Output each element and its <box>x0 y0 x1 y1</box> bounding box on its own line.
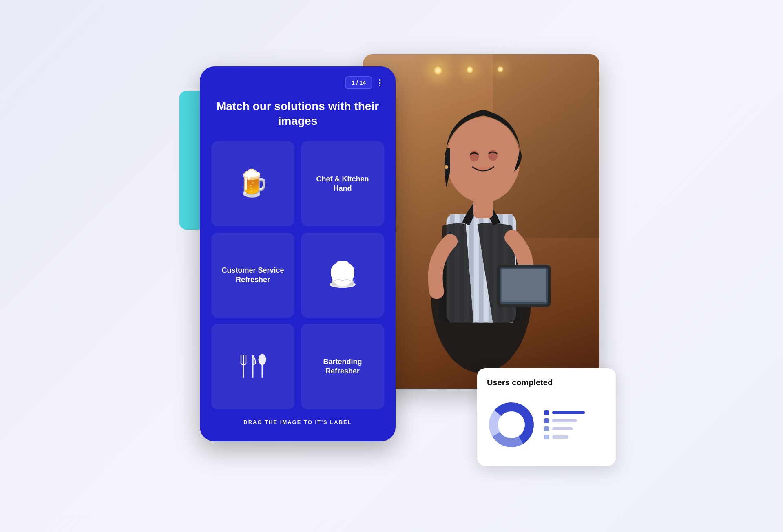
beer-card[interactable]: 🍺 <box>211 141 294 226</box>
legend-bar-1 <box>552 411 585 414</box>
cutlery-svg <box>234 352 271 381</box>
cutlery-card[interactable] <box>211 324 294 409</box>
phone-header: 1 / 14 ⋮ <box>211 76 384 89</box>
svg-point-35 <box>507 420 516 430</box>
legend-bar-4 <box>552 435 568 439</box>
legend-item-2 <box>544 418 585 423</box>
legend-color-1 <box>544 410 549 415</box>
chart-legend <box>544 410 585 439</box>
customer-service-card[interactable]: Customer Service Refresher <box>211 233 294 318</box>
legend-item-4 <box>544 435 585 439</box>
bartending-label: Bartending Refresher <box>309 357 376 376</box>
progress-badge: 1 / 14 <box>345 76 372 89</box>
svg-point-25 <box>445 165 449 169</box>
donut-chart <box>487 400 536 449</box>
svg-rect-26 <box>473 199 493 218</box>
stats-title: Users completed <box>487 378 606 387</box>
phone-title: Match our solutions with their images <box>211 99 384 129</box>
chef-kitchen-card[interactable]: Chef & Kitchen Hand <box>301 141 384 226</box>
legend-color-3 <box>544 426 549 431</box>
person-svg <box>363 71 599 389</box>
photo-background <box>363 54 599 389</box>
stats-content <box>487 394 606 456</box>
stats-card: Users completed <box>477 368 616 466</box>
phone-mockup: 1 / 14 ⋮ Match our solutions with their … <box>200 66 396 441</box>
more-menu-icon[interactable]: ⋮ <box>376 78 384 88</box>
legend-bar-3 <box>552 427 573 430</box>
chef-hat-card[interactable]: 👨‍🍳 <box>301 233 384 318</box>
svg-point-22 <box>447 117 520 203</box>
chef-kitchen-label: Chef & Kitchen Hand <box>309 174 376 194</box>
answer-grid: 🍺 Chef & Kitchen Hand Customer Service R… <box>211 141 384 409</box>
bartending-card[interactable]: Bartending Refresher <box>301 324 384 409</box>
scene: 1 / 14 ⋮ Match our solutions with their … <box>167 42 616 490</box>
progress-text: 1 / 14 <box>352 79 366 86</box>
customer-service-label: Customer Service Refresher <box>219 266 286 285</box>
svg-rect-30 <box>501 269 546 302</box>
legend-item-3 <box>544 426 585 431</box>
svg-point-12 <box>259 354 266 365</box>
photo-card <box>363 54 599 389</box>
legend-color-2 <box>544 418 549 423</box>
legend-bar-2 <box>552 419 577 422</box>
chef-hat-svg <box>324 261 361 289</box>
legend-item-1 <box>544 410 585 415</box>
phone-footer: DRAG THE IMAGE TO IT'S LABEL <box>243 419 352 425</box>
beer-icon: 🍺 <box>237 168 269 199</box>
legend-color-4 <box>544 435 549 439</box>
